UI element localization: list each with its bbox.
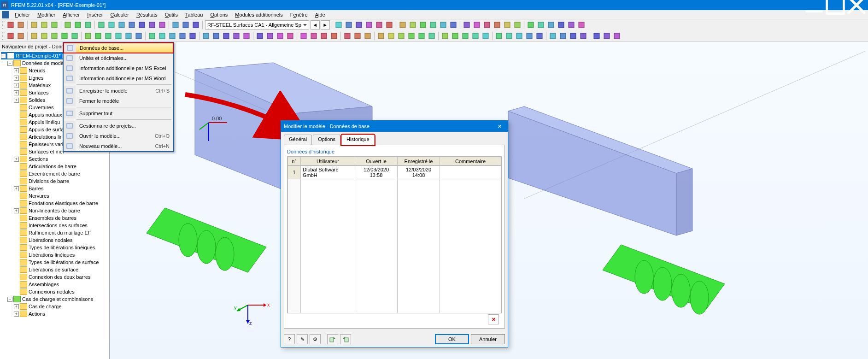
toolbar-button[interactable]	[329, 31, 339, 41]
toolbar-button[interactable]	[93, 31, 103, 41]
menu-outils[interactable]: Outils	[161, 11, 182, 18]
export-button[interactable]	[340, 334, 351, 344]
menu-tableau[interactable]: Tableau	[182, 11, 207, 18]
context-menu-item[interactable]: Supprimer tout	[64, 108, 173, 118]
toolbar-button[interactable]	[512, 20, 522, 30]
toolbar-button[interactable]	[134, 31, 144, 41]
toolbar-button[interactable]	[201, 31, 211, 41]
tree-node[interactable]: +Barres	[1, 185, 108, 192]
toolbar-button[interactable]	[556, 20, 566, 30]
toolbar-button[interactable]	[177, 31, 188, 41]
col-saved[interactable]: Enregistré le	[398, 157, 440, 165]
menu-calculer[interactable]: Calculer	[107, 11, 133, 18]
dialog-close-button[interactable]: ✕	[494, 122, 505, 131]
toolbar-button[interactable]	[363, 31, 373, 41]
toolbar-button[interactable]	[299, 31, 309, 41]
tree-node[interactable]: Excentrement de barre	[1, 170, 108, 177]
toolbar-button[interactable]	[147, 31, 157, 41]
tree-node[interactable]: Ensembles de barres	[1, 214, 108, 222]
col-user[interactable]: Utilisateur	[301, 157, 355, 165]
tree-node[interactable]: Types de libérations linéiques	[1, 244, 108, 251]
toolbar-button[interactable]	[408, 20, 418, 30]
toolbar-button[interactable]	[566, 20, 576, 30]
toolbar-button[interactable]	[231, 31, 241, 41]
toolbar-button[interactable]	[524, 31, 534, 41]
toolbar-button[interactable]	[481, 31, 491, 41]
context-menu-item[interactable]: Fermer le modèle	[64, 96, 173, 106]
toolbar-button[interactable]	[568, 31, 578, 41]
toolbar-button[interactable]	[147, 20, 157, 30]
menu-résultats[interactable]: Résultats	[133, 11, 161, 18]
toolbar-button[interactable]	[103, 31, 113, 41]
toolbar-button[interactable]	[470, 31, 481, 41]
results-combo[interactable]: RF-STEEL Surfaces CA1 - Allgemeine Sp	[205, 20, 309, 29]
toolbar-button[interactable]	[504, 31, 514, 41]
help-button[interactable]: ?	[284, 334, 295, 344]
toolbar-button[interactable]	[462, 20, 472, 30]
toolbar-button[interactable]	[157, 31, 167, 41]
toolbar-button[interactable]	[592, 31, 602, 41]
menu-insérer[interactable]: Insérer	[83, 11, 106, 18]
toolbar-button[interactable]	[167, 31, 177, 41]
toolbar-button[interactable]	[83, 20, 93, 30]
context-menu-item[interactable]: Gestionnaire de projets...	[64, 121, 173, 131]
tree-node[interactable]: Libérations nodales	[1, 236, 108, 244]
toolbar-button[interactable]	[191, 20, 201, 30]
toolbar-button[interactable]	[482, 20, 492, 30]
menu-fenêtre[interactable]: Fenêtre	[287, 11, 311, 18]
table-row[interactable]: 1 Dlubal Software GmbH 12/03/2020 13:58 …	[288, 166, 501, 179]
prev-button[interactable]: ◄	[311, 20, 320, 29]
toolbar-button[interactable]	[428, 20, 438, 30]
toolbar-button[interactable]	[548, 31, 558, 41]
tree-node[interactable]: Nervures	[1, 192, 108, 200]
tree-node[interactable]: Connexion des deux barres	[1, 273, 108, 281]
toolbar-button[interactable]	[418, 20, 428, 30]
col-opened[interactable]: Ouvert le	[355, 157, 398, 165]
toolbar-button[interactable]	[352, 31, 363, 41]
next-button[interactable]: ►	[321, 20, 330, 29]
context-menu-item[interactable]: Données de base...	[64, 43, 173, 53]
toolbar-button[interactable]	[241, 31, 252, 41]
toolbar-button[interactable]	[49, 31, 59, 41]
menu-afficher[interactable]: Afficher	[59, 11, 83, 18]
toolbar-button[interactable]	[546, 20, 556, 30]
tree-node[interactable]: Fondations élastiques de barre	[1, 200, 108, 207]
tree-node[interactable]: Assemblages	[1, 281, 108, 288]
history-table[interactable]: n° Utilisateur Ouvert le Enregistré le C…	[287, 156, 502, 313]
toolbar-button[interactable]	[181, 20, 191, 30]
toolbar-button[interactable]	[376, 31, 386, 41]
tree-node[interactable]: +Non-linéarités de barre	[1, 207, 108, 214]
toolbar-button[interactable]	[374, 20, 384, 30]
toolbar-button[interactable]	[364, 20, 374, 30]
toolbar-button[interactable]	[319, 31, 329, 41]
tree-node[interactable]: +Sections	[1, 155, 108, 163]
toolbar-button[interactable]	[96, 20, 106, 30]
toolbar-button[interactable]	[354, 20, 364, 30]
context-menu-item[interactable]: Enregistrer le modèleCtrl+S	[64, 86, 173, 96]
toolbar-button[interactable]	[63, 20, 73, 30]
toolbar-button[interactable]	[211, 31, 221, 41]
toolbar-button[interactable]	[39, 31, 49, 41]
toolbar-button[interactable]	[396, 31, 406, 41]
tree-node[interactable]: +Cas de charge	[1, 303, 108, 310]
toolbar-button[interactable]	[502, 20, 512, 30]
context-menu-item[interactable]: Nouveau modèle...Ctrl+N	[64, 141, 173, 151]
tree-node[interactable]: Raffinement du maillage EF	[1, 229, 108, 236]
tab-history[interactable]: Historique	[341, 135, 375, 145]
toolbar-button[interactable]	[39, 20, 49, 30]
toolbar-button[interactable]	[578, 31, 588, 41]
toolbar-button[interactable]	[342, 31, 352, 41]
toolbar-button[interactable]	[117, 20, 127, 30]
toolbar-button[interactable]	[514, 31, 524, 41]
toolbar-button[interactable]	[344, 20, 354, 30]
toolbar-button[interactable]	[265, 31, 275, 41]
toolbar-button[interactable]	[450, 31, 460, 41]
tab-general[interactable]: Général	[284, 135, 312, 145]
toolbar-button[interactable]	[472, 20, 482, 30]
toolbar-button[interactable]	[73, 20, 83, 30]
menu-options[interactable]: Options	[206, 11, 231, 18]
toolbar-button[interactable]	[29, 20, 39, 30]
tab-options[interactable]: Options	[313, 135, 340, 145]
toolbar-button[interactable]	[6, 20, 16, 30]
toolbar-button[interactable]	[49, 20, 59, 30]
